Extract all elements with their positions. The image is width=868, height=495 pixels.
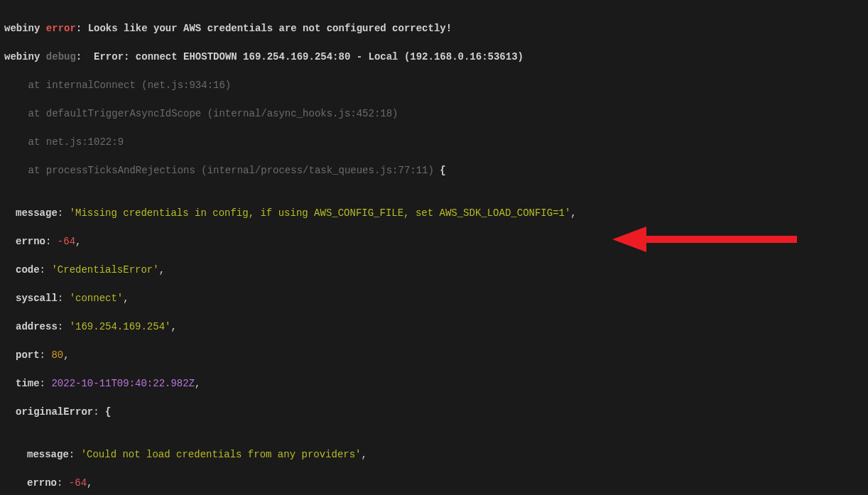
kv-row: errno: -64, — [4, 234, 864, 249]
debug-line: webiny debug: Error: connect EHOSTDOWN 1… — [4, 50, 864, 64]
kv-row: message: 'Could not load credentials fro… — [4, 447, 864, 462]
level-error: error — [46, 23, 76, 34]
error-message: : Looks like your AWS credentials are no… — [76, 23, 452, 34]
kv-row: address: '169.254.169.254', — [4, 320, 864, 334]
level-debug: debug — [46, 51, 76, 62]
kv-row: syscall: 'connect', — [4, 291, 864, 305]
stacktrace-line: at internalConnect (net.js:934:16) — [4, 78, 864, 92]
debug-message: : Error: connect EHOSTDOWN 169.254.169.2… — [76, 51, 523, 62]
stacktrace-line: at net.js:1022:9 — [4, 135, 864, 149]
terminal-output: webiny error: Looks like your AWS creden… — [0, 0, 868, 495]
log-prefix: webiny — [4, 51, 40, 62]
stacktrace-line: at processTicksAndRejections (internal/p… — [4, 163, 864, 178]
kv-row: port: 80, — [4, 348, 864, 362]
kv-row: message: 'Missing credentials in config,… — [4, 206, 864, 220]
kv-row: errno: -64, — [4, 476, 864, 490]
kv-row: time: 2022-10-11T09:40:22.982Z, — [4, 376, 864, 391]
error-line: webiny error: Looks like your AWS creden… — [4, 21, 864, 36]
kv-row: code: 'CredentialsError', — [4, 263, 864, 277]
stacktrace-line: at defaultTriggerAsyncIdScope (internal/… — [4, 107, 864, 121]
log-prefix: webiny — [4, 23, 40, 34]
kv-row: originalError: { — [4, 405, 864, 419]
